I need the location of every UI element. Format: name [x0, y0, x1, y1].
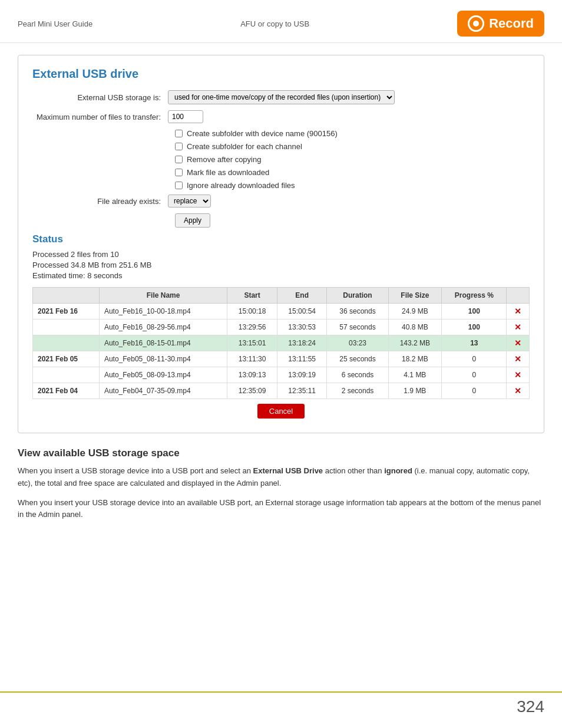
row-end: 13:09:19: [277, 367, 327, 383]
record-label: Record: [489, 16, 534, 31]
body-para-1: When you insert a USB storage device int…: [18, 465, 544, 490]
row-end: 15:00:54: [277, 304, 327, 319]
row-duration: 2 seconds: [327, 383, 388, 399]
usb-storage-select[interactable]: used for one-time move/copy of the recor…: [168, 90, 395, 104]
table-row: 2021 Feb 16 Auto_Feb16_10-00-18.mp4 15:0…: [33, 304, 530, 319]
checkbox-row-2: Create subfolder for each channel: [175, 142, 530, 151]
col-header-filesize: File Size: [388, 288, 442, 304]
cancel-button[interactable]: Cancel: [257, 404, 305, 419]
row-filename: Auto_Feb16_08-29-56.mp4: [99, 319, 227, 335]
col-header-end: End: [277, 288, 327, 304]
status-line1: Processed 2 files from 10: [32, 250, 530, 259]
row-remove[interactable]: ✕: [507, 304, 530, 319]
body-para-2: When you insert your USB storage device …: [18, 497, 544, 522]
file-exists-label: File already exists:: [32, 197, 168, 206]
row-duration: 03:23: [327, 335, 388, 351]
row-filesize: 18.2 MB: [388, 351, 442, 367]
row-filesize: 4.1 MB: [388, 367, 442, 383]
col-header-filename: File Name: [99, 288, 227, 304]
page-number: 324: [517, 697, 544, 716]
checkbox-label-3: Remove after copying: [187, 155, 261, 164]
file-exists-row: File already exists: replace skip rename: [32, 195, 530, 207]
row-duration: 36 seconds: [327, 304, 388, 319]
row-filesize: 1.9 MB: [388, 383, 442, 399]
row-start: 13:29:56: [227, 319, 277, 335]
row-start: 15:00:18: [227, 304, 277, 319]
col-header-date: [33, 288, 100, 304]
col-header-progress: Progress %: [442, 288, 507, 304]
row-date: 2021 Feb 05: [33, 351, 100, 367]
row-filesize: 143.2 MB: [388, 335, 442, 351]
checkbox-subfolder-device[interactable]: [175, 130, 183, 137]
status-section: Status Processed 2 files from 10 Process…: [32, 233, 530, 423]
row-filesize: 24.9 MB: [388, 304, 442, 319]
row-filename: Auto_Feb04_07-35-09.mp4: [99, 383, 227, 399]
header-center: AFU or copy to USB: [240, 19, 309, 28]
table-row: Auto_Feb16_08-15-01.mp4 13:15:01 13:18:2…: [33, 335, 530, 351]
checkbox-row-1: Create subfolder with device name (90015…: [175, 129, 530, 138]
usb-storage-row: External USB storage is: used for one-ti…: [32, 90, 530, 104]
external-usb-panel: External USB drive External USB storage …: [18, 55, 544, 433]
apply-button[interactable]: Apply: [175, 213, 210, 228]
row-start: 13:11:30: [227, 351, 277, 367]
row-date: [33, 319, 100, 335]
table-row: 2021 Feb 05 Auto_Feb05_08-11-30.mp4 13:1…: [33, 351, 530, 367]
row-filename: Auto_Feb16_10-00-18.mp4: [99, 304, 227, 319]
row-progress: 0: [442, 383, 507, 399]
row-filesize: 40.8 MB: [388, 319, 442, 335]
row-remove[interactable]: ✕: [507, 335, 530, 351]
max-files-input[interactable]: [168, 110, 203, 123]
checkbox-row-3: Remove after copying: [175, 155, 530, 164]
checkbox-mark-downloaded[interactable]: [175, 169, 183, 176]
checkbox-ignore-downloaded[interactable]: [175, 182, 183, 189]
row-duration: 6 seconds: [327, 367, 388, 383]
checkbox-label-1: Create subfolder with device name (90015…: [187, 129, 338, 138]
section-heading-usb-space: View available USB storage space: [18, 447, 544, 459]
file-exists-select[interactable]: replace skip rename: [168, 195, 211, 207]
row-date: 2021 Feb 04: [33, 383, 100, 399]
row-progress: 0: [442, 367, 507, 383]
row-progress: 100: [442, 319, 507, 335]
max-files-label: Maximum number of files to transfer:: [32, 113, 168, 121]
usb-storage-label: External USB storage is:: [32, 93, 168, 102]
row-date: [33, 335, 100, 351]
record-badge: Record: [457, 11, 544, 37]
row-end: 12:35:11: [277, 383, 327, 399]
files-table: File Name Start End Duration File Size P…: [32, 287, 530, 399]
status-line3: Estimated time: 8 seconds: [32, 271, 530, 280]
max-files-control: [168, 110, 530, 123]
panel-title: External USB drive: [32, 67, 530, 81]
row-remove[interactable]: ✕: [507, 351, 530, 367]
row-remove[interactable]: ✕: [507, 367, 530, 383]
apply-row: Apply: [175, 213, 530, 228]
table-row: 2021 Feb 04 Auto_Feb04_07-35-09.mp4 12:3…: [33, 383, 530, 399]
row-remove[interactable]: ✕: [507, 383, 530, 399]
row-progress: 0: [442, 351, 507, 367]
header-left: Pearl Mini User Guide: [18, 19, 92, 28]
row-remove[interactable]: ✕: [507, 319, 530, 335]
row-date: 2021 Feb 16: [33, 304, 100, 319]
checkbox-row-4: Mark file as downloaded: [175, 168, 530, 177]
usb-storage-control: used for one-time move/copy of the recor…: [168, 90, 530, 104]
checkbox-subfolder-channel[interactable]: [175, 143, 183, 150]
col-header-start: Start: [227, 288, 277, 304]
col-header-duration: Duration: [327, 288, 388, 304]
col-header-action: [507, 288, 530, 304]
max-files-row: Maximum number of files to transfer:: [32, 110, 530, 123]
status-line2: Processed 34.8 MB from 251.6 MB: [32, 261, 530, 269]
row-filename: Auto_Feb05_08-11-30.mp4: [99, 351, 227, 367]
row-end: 13:11:55: [277, 351, 327, 367]
checkbox-remove-after[interactable]: [175, 156, 183, 163]
row-start: 12:35:09: [227, 383, 277, 399]
row-filename: Auto_Feb16_08-15-01.mp4: [99, 335, 227, 351]
checkbox-label-4: Mark file as downloaded: [187, 168, 269, 177]
row-date: [33, 367, 100, 383]
row-duration: 25 seconds: [327, 351, 388, 367]
table-row: Auto_Feb05_08-09-13.mp4 13:09:13 13:09:1…: [33, 367, 530, 383]
row-end: 13:30:53: [277, 319, 327, 335]
checkbox-row-5: Ignore already downloaded files: [175, 181, 530, 190]
row-progress: 13: [442, 335, 507, 351]
page-footer: 324: [0, 691, 562, 716]
row-end: 13:18:24: [277, 335, 327, 351]
record-icon: [468, 15, 484, 32]
